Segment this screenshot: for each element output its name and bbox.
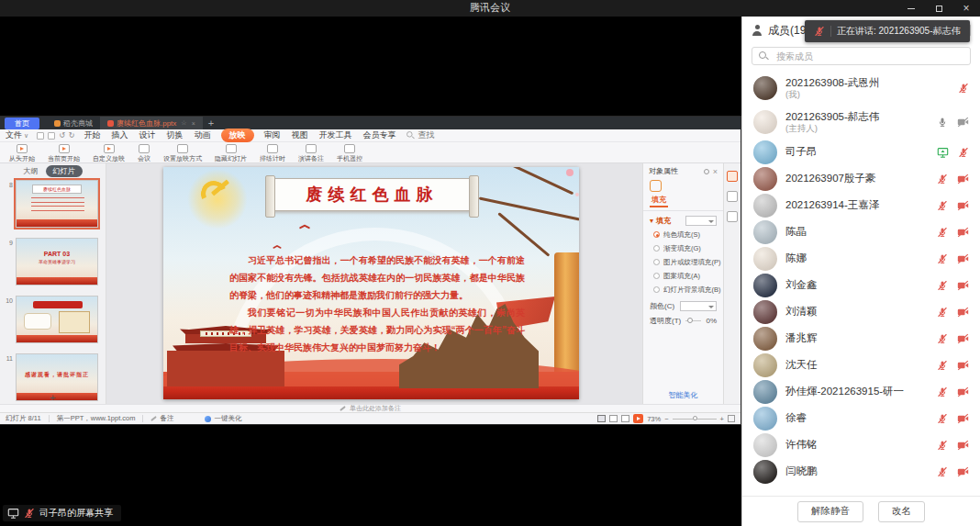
wps-document-tab[interactable]: 赓续红色血脉.pptx ☆ × (100, 117, 203, 129)
save-icon[interactable] (37, 132, 44, 140)
member-row[interactable]: 闫晓鹏 (742, 458, 980, 485)
member-row[interactable]: 2021263905-郝志伟(主持人) (742, 105, 980, 139)
menu-item-插入[interactable]: 插入 (111, 129, 129, 141)
ribbon-button[interactable]: 从头开始 (9, 144, 35, 163)
minimize-button[interactable] (897, 0, 925, 17)
normal-view-icon[interactable] (597, 415, 606, 422)
one-click-beautify-button[interactable]: 一键美化 (205, 414, 241, 423)
mic-off-icon[interactable] (937, 227, 948, 238)
ribbon-button[interactable]: 手机遥控 (337, 144, 362, 163)
mic-off-icon[interactable] (937, 200, 948, 211)
cam-off-icon[interactable] (957, 440, 969, 451)
screen-share-banner[interactable]: 司子昂的屏幕共享 (3, 505, 121, 521)
fill-option[interactable]: 图片或纹理填充(P) (643, 255, 723, 269)
ribbon-button[interactable]: 自定义放映 (93, 144, 125, 163)
tab-outline[interactable]: 大纲 (24, 166, 39, 176)
mic-off-icon[interactable] (937, 333, 948, 344)
fill-preset-dropdown[interactable] (685, 216, 717, 226)
mic-off-icon[interactable] (937, 280, 948, 291)
slide-thumbnail[interactable] (16, 296, 98, 343)
fill-option[interactable]: 纯色填充(S) (643, 228, 723, 241)
cam-off-icon[interactable] (957, 386, 969, 397)
member-row[interactable]: 2021263907殷子豪 (742, 165, 980, 192)
member-row[interactable]: 潘兆辉 (742, 325, 980, 352)
add-slide-button[interactable]: + (0, 392, 106, 403)
cam-off-icon[interactable] (957, 413, 969, 424)
menu-item-审阅[interactable]: 审阅 (263, 129, 282, 141)
ribbon-button[interactable]: 隐藏幻灯片 (215, 144, 247, 163)
cam-off-icon[interactable] (957, 253, 969, 264)
fill-option[interactable]: 渐变填充(G) (643, 241, 723, 255)
menu-item-视图[interactable]: 视图 (291, 129, 309, 141)
maximize-button[interactable] (925, 0, 952, 17)
mic-off-icon[interactable] (958, 147, 969, 158)
member-row[interactable]: 司子昂 (742, 139, 980, 165)
zoom-out-button[interactable]: − (664, 415, 668, 423)
animation-strip-icon[interactable] (727, 191, 738, 202)
fill-option[interactable]: 幻灯片背景填充(B) (643, 283, 723, 297)
menu-item-放映[interactable]: 放映 (221, 129, 254, 142)
mic-off-icon[interactable] (937, 466, 948, 477)
ribbon-button[interactable]: 设置放映方式 (163, 144, 202, 163)
mic-off-icon[interactable] (937, 386, 948, 397)
member-row[interactable]: 徐睿 (742, 405, 980, 431)
reading-view-icon[interactable] (621, 415, 629, 422)
slide-thumbnail[interactable]: 赓续红色血脉 (16, 180, 98, 228)
cam-off-icon[interactable] (957, 360, 969, 371)
member-row[interactable]: 刘清颖 (742, 298, 980, 325)
menu-item-切换[interactable]: 切换 (166, 129, 184, 141)
cam-off-icon[interactable] (957, 333, 969, 344)
member-search-input[interactable] (774, 50, 963, 62)
undo-icon[interactable]: ↺ (59, 131, 65, 140)
section-caret-icon[interactable]: ▾ (650, 217, 653, 225)
menu-item-开发工具[interactable]: 开发工具 (318, 129, 353, 141)
notes-toggle[interactable]: 备注 (150, 414, 173, 423)
mic-on-icon[interactable] (937, 117, 948, 128)
member-search-box[interactable] (752, 47, 971, 65)
file-menu[interactable]: 文件∨ (6, 129, 28, 141)
current-slide[interactable]: 赓续红色血脉 习近平总书记曾指出，一个有希望的民族不能没有英雄，一个有前途的国家… (163, 167, 579, 399)
print-icon[interactable] (48, 132, 55, 140)
new-tab-button[interactable]: + (208, 118, 214, 128)
cam-off-icon[interactable] (957, 200, 969, 211)
opacity-slider[interactable] (685, 320, 701, 321)
ribbon-button[interactable]: 排练计时 (260, 144, 285, 163)
member-row[interactable]: 刘金鑫 (742, 272, 980, 298)
cam-off-icon[interactable] (957, 227, 969, 238)
menu-item-会员专享[interactable]: 会员专享 (362, 129, 397, 141)
mic-off-icon[interactable] (958, 83, 969, 94)
tab-close-icon[interactable]: × (192, 120, 195, 127)
member-row[interactable]: 陈晶 (742, 218, 980, 245)
member-row[interactable]: 孙佳煇-2021263915-研一 (742, 378, 980, 405)
cam-off-gray-icon[interactable] (957, 117, 969, 128)
color-dropdown[interactable] (680, 301, 717, 311)
member-row[interactable]: 许伟铭 (742, 431, 980, 458)
slide-thumbnail[interactable]: PART 03革命英雄事迹学习 (16, 238, 98, 285)
cam-off-icon[interactable] (957, 307, 969, 318)
fill-option[interactable]: 图案填充(A) (643, 269, 723, 283)
mic-off-icon[interactable] (937, 413, 948, 424)
wps-store-tab[interactable]: 稻壳商城 (47, 117, 100, 129)
member-row[interactable]: 陈娜 (742, 245, 980, 272)
mic-off-icon[interactable] (937, 253, 948, 264)
redo-icon[interactable]: ↻ (69, 131, 75, 140)
ribbon-button[interactable]: 会议 (138, 144, 150, 163)
zoom-slider[interactable] (673, 419, 717, 420)
fill-tab[interactable]: 填充 (650, 194, 668, 207)
fit-screen-icon[interactable] (728, 415, 735, 422)
pin-icon[interactable] (704, 169, 709, 174)
menu-item-设计[interactable]: 设计 (139, 129, 157, 141)
cam-off-icon[interactable] (957, 173, 969, 185)
zoom-in-button[interactable]: + (720, 415, 724, 423)
tab-star-icon[interactable]: ☆ (181, 119, 186, 127)
wps-home-tab[interactable]: 首页 (5, 118, 39, 129)
menu-item-开始[interactable]: 开始 (84, 129, 102, 141)
close-button[interactable]: × (952, 0, 980, 17)
cam-off-icon[interactable] (957, 466, 969, 477)
mic-off-icon[interactable] (937, 307, 948, 318)
member-row[interactable]: 2021263914-王嘉泽 (742, 192, 980, 218)
menu-item-动画[interactable]: 动画 (194, 129, 212, 141)
unmute-button[interactable]: 解除静音 (797, 501, 863, 522)
cam-off-icon[interactable] (957, 280, 969, 291)
properties-strip-icon[interactable] (727, 171, 738, 182)
